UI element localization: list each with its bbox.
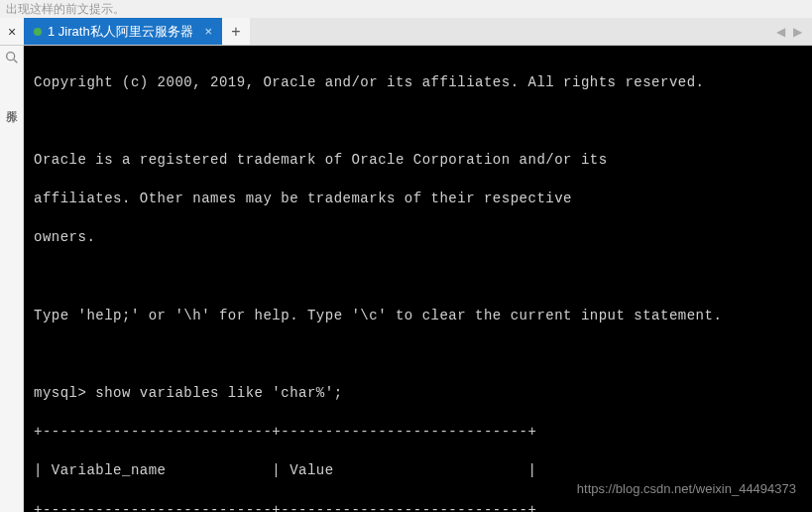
svg-line-1: [14, 60, 17, 63]
close-icon: ×: [8, 24, 16, 40]
terminal-output[interactable]: Copyright (c) 2000, 2019, Oracle and/or …: [24, 46, 812, 512]
terminal-line: mysql> show variables like 'char%';: [34, 384, 802, 404]
new-tab-button[interactable]: +: [222, 18, 250, 45]
svg-point-0: [6, 53, 14, 61]
terminal-line: +--------------------------+------------…: [34, 423, 802, 443]
tab-nav-right-icon[interactable]: ▶: [793, 25, 802, 39]
tab-label: 1 Jirath私人阿里云服务器: [48, 23, 193, 41]
tab-nav: ◀ ▶: [776, 18, 812, 45]
tab-bar: × 1 Jirath私人阿里云服务器 × + ◀ ▶: [0, 18, 812, 46]
terminal-line: Copyright (c) 2000, 2019, Oracle and/or …: [34, 73, 802, 93]
close-panel-button[interactable]: ×: [0, 18, 24, 45]
status-dot-icon: [34, 28, 42, 36]
tab-close-icon[interactable]: ×: [204, 24, 212, 39]
terminal-line: Type 'help;' or '\h' for help. Type '\c'…: [34, 307, 802, 326]
terminal-line: owners.: [34, 228, 802, 248]
terminal-line: [34, 268, 802, 288]
terminal-line: | Variable_name | Value |: [34, 461, 802, 481]
watermark-text: https://blog.csdn.net/weixin_44494373: [577, 480, 796, 498]
content-row: 服务 Copyright (c) 2000, 2019, Oracle and/…: [0, 46, 812, 512]
terminal-line: Oracle is a registered trademark of Orac…: [34, 151, 802, 171]
terminal-line: [34, 112, 802, 132]
left-sidebar: 服务: [0, 46, 24, 512]
top-hint-text: 出现这样的前文提示。: [0, 0, 812, 18]
terminal-line: [34, 345, 802, 365]
search-icon[interactable]: [4, 50, 20, 69]
terminal-line: affiliates. Other names may be trademark…: [34, 190, 802, 209]
tab-nav-left-icon[interactable]: ◀: [776, 25, 785, 39]
terminal-line: +--------------------------+------------…: [34, 501, 802, 512]
plus-icon: +: [231, 23, 240, 41]
tab-session[interactable]: 1 Jirath私人阿里云服务器 ×: [24, 18, 222, 45]
